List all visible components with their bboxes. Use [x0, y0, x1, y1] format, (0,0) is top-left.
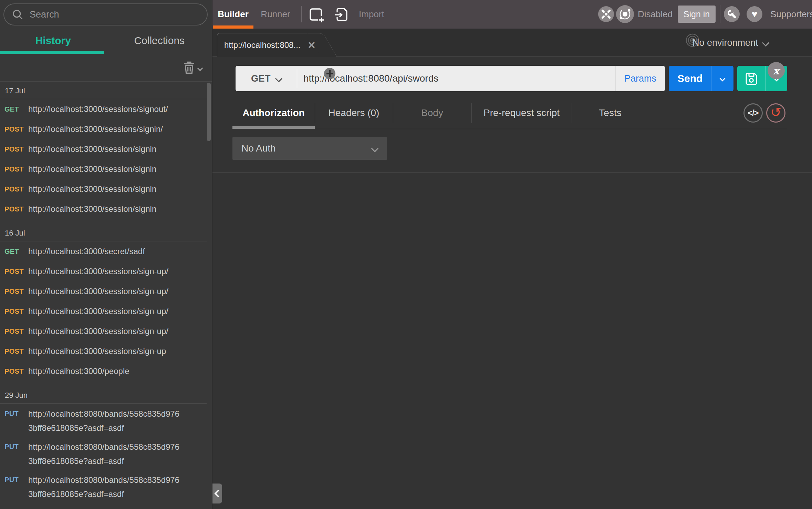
history-item[interactable]: POSThttp://localhost:3000/sessions/sign-… — [0, 321, 207, 341]
method-dropdown[interactable]: GET — [236, 66, 297, 91]
environment-quick-look-button[interactable]: x — [768, 62, 785, 79]
generate-code-button[interactable]: </> — [743, 103, 763, 123]
wrench-icon — [727, 9, 737, 19]
tools-button[interactable] — [724, 6, 740, 22]
method-label: GET — [251, 73, 271, 84]
method-badge: POST — [4, 328, 24, 335]
method-badge: PUT — [4, 473, 24, 487]
tab-body[interactable]: Body — [393, 100, 471, 126]
nav-runner[interactable]: Runner — [257, 0, 294, 29]
history-item[interactable]: POSThttp://localhost:3000/sessions/signi… — [0, 119, 207, 139]
url-bar: GET Params — [236, 66, 665, 91]
search-icon — [12, 9, 23, 20]
tab-collections[interactable]: Collections — [106, 30, 213, 54]
divider — [212, 56, 217, 57]
history-url: http://localhost:3000/sessions/signout/ — [28, 104, 168, 114]
environment-selector[interactable]: No environment — [693, 29, 768, 57]
reset-icon: ↺ — [770, 106, 781, 119]
method-badge: POST — [4, 165, 24, 173]
history-item[interactable]: GEThttp://localhost:3000/secret/sadf — [0, 241, 207, 261]
method-badge: POST — [4, 145, 24, 153]
auth-type-label: No Auth — [241, 143, 372, 154]
sidebar-collapse-handle[interactable] — [212, 484, 222, 503]
history-item[interactable]: POSThttp://localhost:3000/sessions/sign-… — [0, 341, 207, 361]
open-request-tab[interactable]: http://localhost:808... × — [217, 33, 307, 56]
method-badge: POST — [4, 125, 24, 133]
proxy-orbit-icon — [618, 7, 632, 21]
nav-builder[interactable]: Builder — [213, 0, 253, 29]
new-tab-plus-button[interactable] — [324, 68, 335, 79]
sidebar-scrollbar[interactable] — [207, 83, 211, 141]
supporters-button[interactable]: ♥ — [747, 6, 762, 22]
clear-history-button[interactable] — [183, 61, 202, 74]
trash-icon — [183, 61, 195, 74]
search-input[interactable] — [29, 9, 207, 20]
chevron-left-icon — [215, 490, 222, 498]
history-item[interactable]: PUThttp://localhost:8080/bands/558c835d9… — [0, 503, 207, 509]
history-url: http://localhost:8080/bands/558c835d9763… — [28, 407, 179, 435]
method-badge: POST — [4, 205, 24, 213]
method-badge: GET — [4, 105, 24, 113]
history-item[interactable]: POSThttp://localhost:3000/sessions/sign-… — [0, 261, 207, 281]
import-icon — [334, 7, 350, 23]
history-tab-underline — [0, 51, 104, 54]
method-badge: PUT — [4, 407, 24, 421]
history-url: http://localhost:3000/sessions/signin/ — [28, 124, 163, 134]
new-tab-button[interactable] — [309, 7, 325, 25]
history-url: http://localhost:3000/session/signin — [28, 144, 156, 154]
history-url: http://localhost:8080/bands/558c835d9763… — [28, 440, 179, 468]
heart-icon: ♥ — [752, 9, 758, 19]
history-date-header: 29 Jun — [0, 386, 207, 403]
params-button[interactable]: Params — [615, 66, 665, 91]
import-button[interactable] — [334, 7, 350, 25]
history-item[interactable]: POSThttp://localhost:3000/sessions/sign-… — [0, 301, 207, 321]
history-url: http://localhost:3000/session/signin — [28, 204, 156, 214]
proxy-button[interactable] — [616, 5, 634, 23]
history-item[interactable]: POSThttp://localhost:3000/sessions/sign-… — [0, 281, 207, 301]
history-url: http://localhost:8080/bands/558c835d9763… — [28, 473, 179, 501]
history-item[interactable]: PUThttp://localhost:8080/bands/558c835d9… — [0, 437, 207, 470]
send-button[interactable]: Send — [669, 66, 733, 91]
history-item[interactable]: POSThttp://localhost:3000/session/signin — [0, 179, 207, 199]
supporters-label[interactable]: Supporters — [770, 0, 812, 29]
tab-pre-request-script[interactable]: Pre-request script — [471, 100, 572, 126]
history-url: http://localhost:3000/session/signin — [28, 184, 156, 194]
close-icon[interactable]: × — [308, 39, 315, 51]
reset-button[interactable]: ↺ — [766, 103, 785, 123]
history-url: http://localhost:3000/sessions/sign-up — [28, 346, 166, 356]
history-item[interactable]: POSThttp://localhost:3000/people — [0, 361, 207, 381]
tab-tests[interactable]: Tests — [572, 100, 649, 126]
environment-quick-look-icon: x — [773, 65, 779, 77]
auth-type-dropdown[interactable]: No Auth — [232, 137, 387, 160]
divider — [471, 103, 472, 123]
url-input[interactable] — [297, 65, 615, 92]
chevron-down-icon — [197, 65, 203, 71]
history-url: http://localhost:3000/sessions/sign-up/ — [28, 307, 168, 316]
tab-headers[interactable]: Headers (0) — [315, 100, 393, 126]
history-item[interactable]: POSThttp://localhost:3000/session/signin — [0, 139, 207, 159]
history-item[interactable]: POSThttp://localhost:3000/session/signin — [0, 159, 207, 179]
divider — [315, 103, 315, 123]
divider — [393, 103, 393, 123]
history-url: http://localhost:3000/people — [28, 366, 129, 376]
tab-authorization[interactable]: Authorization — [232, 100, 315, 126]
method-badge: POST — [4, 288, 24, 295]
method-badge: POST — [4, 347, 24, 355]
divider — [212, 172, 812, 173]
history-item[interactable]: POSThttp://localhost:3000/session/signin — [0, 199, 207, 219]
divider — [572, 103, 572, 123]
send-options-caret[interactable] — [711, 66, 733, 91]
interceptor-button[interactable] — [598, 6, 614, 22]
import-label[interactable]: Import — [359, 0, 384, 29]
history-item[interactable]: GEThttp://localhost:3000/sessions/signou… — [0, 99, 207, 119]
history-item[interactable]: PUThttp://localhost:8080/bands/558c835d9… — [0, 404, 207, 437]
history-list: 17 JulGEThttp://localhost:3000/sessions/… — [0, 82, 207, 509]
method-badge: POST — [4, 367, 24, 375]
history-url: http://localhost:3000/sessions/sign-up/ — [28, 326, 168, 336]
sign-in-button[interactable]: Sign in — [678, 6, 716, 23]
divider — [720, 5, 720, 23]
history-date-header: 16 Jul — [0, 224, 207, 241]
tab-history[interactable]: History — [0, 30, 106, 54]
save-floppy-icon — [744, 71, 759, 86]
history-item[interactable]: PUThttp://localhost:8080/bands/558c835d9… — [0, 470, 207, 503]
